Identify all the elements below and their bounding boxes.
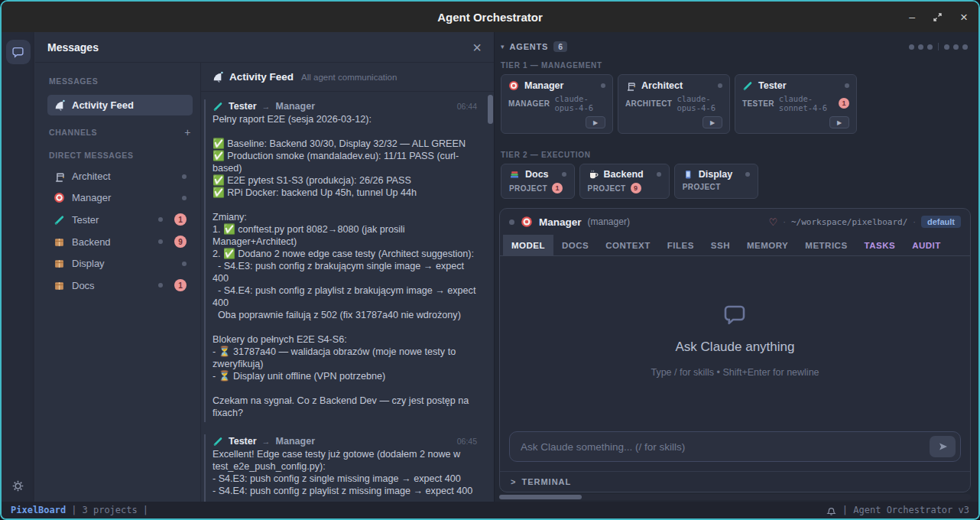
sidebar-item-architect[interactable]: Architect bbox=[47, 166, 193, 187]
chat-input[interactable] bbox=[521, 441, 930, 453]
add-channel-button[interactable]: + bbox=[184, 126, 191, 138]
feed-scrollbar[interactable] bbox=[488, 95, 493, 124]
agent-card-backend[interactable]: Backend PROJECT 9 bbox=[579, 164, 670, 199]
presence-dot bbox=[182, 196, 187, 200]
dot-icon[interactable] bbox=[953, 44, 959, 50]
dot-icon[interactable] bbox=[927, 44, 933, 50]
sidebar-item-backend[interactable]: Backend 9 bbox=[47, 231, 193, 252]
agent-role: ARCHITECT bbox=[625, 99, 672, 108]
target-icon bbox=[54, 192, 65, 203]
separator-dot: · bbox=[913, 217, 916, 226]
agent-name: Backend bbox=[604, 169, 644, 180]
message-recipient: Manager bbox=[276, 101, 315, 112]
dot-icon[interactable] bbox=[944, 44, 949, 50]
presence-dot bbox=[158, 283, 163, 288]
titlebar: Agent Orchestrator – × bbox=[2, 2, 978, 32]
maximize-button[interactable] bbox=[932, 11, 943, 23]
branch-badge[interactable]: default bbox=[921, 216, 961, 228]
tab-tasks[interactable]: TASKS bbox=[856, 235, 904, 255]
empty-state-hint: Type / for skills • Shift+Enter for newl… bbox=[651, 367, 819, 378]
sidebar-item-tester[interactable]: Tester 1 bbox=[47, 209, 193, 230]
satellite-dish-icon bbox=[54, 99, 65, 111]
dot-icon[interactable] bbox=[918, 44, 923, 50]
manager-detail-panel: Manager (manager) ♡ · ~/workspace/pixelb… bbox=[499, 208, 971, 492]
tier1-label: TIER 1 — MANAGEMENT bbox=[501, 61, 971, 70]
tab-model[interactable]: MODEL bbox=[503, 235, 553, 255]
bell-icon[interactable] bbox=[826, 505, 837, 516]
minimize-button[interactable]: – bbox=[909, 11, 915, 22]
activity-feed-header: Activity Feed All agent communication bbox=[201, 63, 494, 92]
pen-icon bbox=[742, 80, 753, 91]
sidebar-item-label: Backend bbox=[72, 236, 111, 248]
presence-dot bbox=[562, 172, 566, 177]
play-button[interactable]: ▶ bbox=[703, 116, 722, 128]
tab-docs[interactable]: DOCS bbox=[553, 235, 597, 255]
play-button[interactable]: ▶ bbox=[586, 116, 605, 128]
close-messages-button[interactable]: × bbox=[472, 40, 482, 55]
status-separator: | bbox=[71, 505, 76, 515]
messages-rail-button[interactable] bbox=[6, 40, 31, 64]
horizontal-scrollbar[interactable] bbox=[499, 494, 971, 500]
unread-badge: 1 bbox=[839, 98, 849, 109]
crane-icon bbox=[54, 171, 65, 182]
channels-label-text: CHANNELS bbox=[49, 128, 97, 137]
tab-context[interactable]: CONTEXT bbox=[597, 235, 658, 255]
agents-count-badge: 6 bbox=[553, 41, 567, 52]
heart-icon[interactable]: ♡ bbox=[769, 216, 778, 228]
workspace-path: ~/workspace/pixelboard/ bbox=[791, 217, 907, 227]
settings-button[interactable] bbox=[11, 479, 24, 492]
send-button[interactable] bbox=[930, 436, 956, 457]
terminal-toggle[interactable]: > TERMINAL bbox=[500, 471, 970, 492]
agent-role: PROJECT bbox=[509, 184, 547, 193]
sidebar-item-activity-feed[interactable]: Activity Feed bbox=[47, 95, 193, 115]
target-icon bbox=[508, 80, 519, 91]
agent-card-tester[interactable]: Tester TESTER claude-sonnet-4-6 1 ▶ bbox=[735, 74, 857, 134]
tab-ssh[interactable]: SSH bbox=[703, 235, 738, 255]
message-body: Pełny raport E2E (sesja 2026-03-12): ✅ B… bbox=[213, 113, 477, 419]
collapse-chevron-icon[interactable]: ▾ bbox=[501, 43, 505, 50]
agents-header: ▾ AGENTS 6 bbox=[499, 38, 971, 54]
agent-card-manager[interactable]: Manager MANAGER claude-opus-4-6 ▶ bbox=[501, 74, 613, 134]
agent-name: Manager bbox=[524, 80, 563, 91]
dot-icon[interactable] bbox=[909, 44, 914, 50]
message-recipient: Manager bbox=[276, 436, 315, 447]
sidebar-item-display[interactable]: Display bbox=[47, 253, 193, 274]
activity-feed: Activity Feed All agent communication Te… bbox=[200, 63, 494, 502]
agent-role: MANAGER bbox=[508, 99, 550, 108]
status-app-name: PixelBoard bbox=[11, 505, 66, 515]
empty-state-title: Ask Claude anything bbox=[676, 340, 795, 355]
satellite-dish-icon bbox=[212, 71, 223, 83]
feed-scroll-area[interactable]: Tester → Manager 06:44 Pełny raport E2E … bbox=[201, 92, 494, 502]
window-controls: – × bbox=[909, 2, 968, 32]
package-icon bbox=[54, 236, 65, 248]
sidebar-item-docs[interactable]: Docs 1 bbox=[47, 275, 193, 296]
tab-metrics[interactable]: METRICS bbox=[797, 235, 855, 255]
package-icon bbox=[54, 280, 65, 291]
scrollbar-thumb[interactable] bbox=[499, 495, 582, 499]
agent-card-docs[interactable]: Docs PROJECT 1 bbox=[501, 164, 575, 199]
agent-card-architect[interactable]: Architect ARCHITECT claude-opus-4-6 ▶ bbox=[618, 74, 730, 134]
chat-empty-state: Ask Claude anything Type / for skills • … bbox=[500, 256, 970, 424]
arrow-icon: → bbox=[262, 102, 271, 111]
tab-files[interactable]: FILES bbox=[659, 235, 703, 255]
presence-dot bbox=[601, 83, 605, 88]
agent-card-display[interactable]: Display PROJECT bbox=[674, 164, 758, 199]
messages-panel-title: Messages bbox=[47, 41, 99, 54]
agent-role: TESTER bbox=[742, 99, 774, 108]
agent-role: PROJECT bbox=[683, 183, 721, 191]
message-body: Excellent! Edge case testy już gotowe (d… bbox=[213, 448, 477, 502]
unread-badge: 9 bbox=[631, 183, 641, 193]
phone-icon bbox=[683, 169, 693, 180]
close-window-button[interactable]: × bbox=[960, 11, 968, 24]
play-button[interactable]: ▶ bbox=[829, 116, 849, 128]
messages-panel-header: Messages × bbox=[35, 32, 494, 63]
chevron-right-icon: > bbox=[511, 477, 515, 486]
tab-audit[interactable]: AUDIT bbox=[904, 235, 949, 255]
dot-icon[interactable] bbox=[962, 44, 968, 50]
gear-icon bbox=[11, 479, 24, 492]
sidebar-item-manager[interactable]: Manager bbox=[47, 187, 193, 208]
presence-dot bbox=[657, 172, 661, 177]
tab-memory[interactable]: MEMORY bbox=[738, 235, 797, 255]
agent-role: PROJECT bbox=[588, 184, 626, 193]
message-header: Tester → Manager 06:44 bbox=[213, 101, 477, 112]
